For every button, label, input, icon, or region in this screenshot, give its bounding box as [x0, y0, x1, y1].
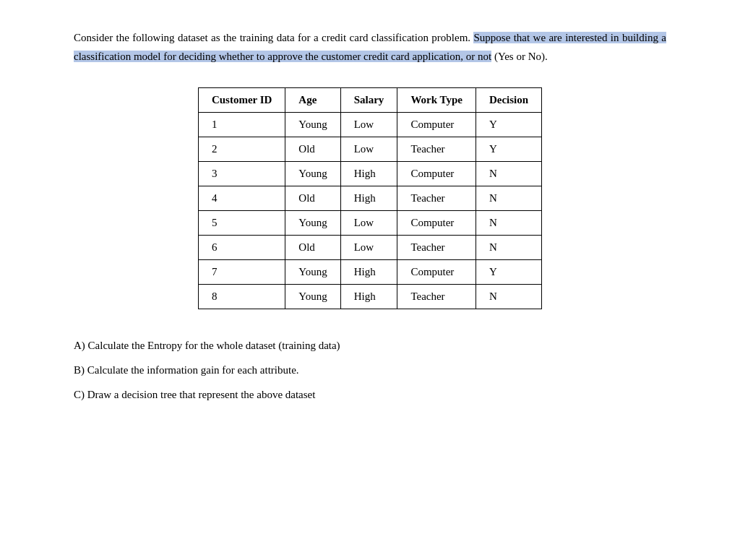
table-cell-r3-c2: Young [285, 162, 340, 186]
table-cell-r1-c3: Low [340, 113, 397, 137]
intro-paragraph: Consider the following dataset as the tr… [74, 29, 666, 66]
table-cell-r2-c2: Old [285, 137, 340, 162]
table-row: 8YoungHighTeacherN [198, 285, 541, 309]
table-cell-r1-c4: Computer [397, 113, 476, 137]
table-cell-r4-c2: Old [285, 186, 340, 211]
dataset-table: Customer ID Age Salary Work Type Decisio… [198, 87, 542, 309]
table-cell-r2-c5: Y [476, 137, 541, 162]
table-cell-r1-c5: Y [476, 113, 541, 137]
table-cell-r4-c3: High [340, 186, 397, 211]
table-cell-r7-c5: Y [476, 260, 541, 285]
col-header-decision: Decision [476, 88, 541, 113]
table-row: 6OldLowTeacherN [198, 236, 541, 260]
col-header-work-type: Work Type [397, 88, 476, 113]
table-cell-r3-c1: 3 [198, 162, 285, 186]
table-cell-r5-c4: Computer [397, 211, 476, 236]
table-cell-r5-c5: N [476, 211, 541, 236]
table-row: 2OldLowTeacherY [198, 137, 541, 162]
col-header-age: Age [285, 88, 340, 113]
table-cell-r7-c1: 7 [198, 260, 285, 285]
table-cell-r4-c5: N [476, 186, 541, 211]
table-cell-r7-c2: Young [285, 260, 340, 285]
table-row: 7YoungHighComputerY [198, 260, 541, 285]
table-cell-r6-c3: Low [340, 236, 397, 260]
table-cell-r3-c5: N [476, 162, 541, 186]
table-cell-r6-c4: Teacher [397, 236, 476, 260]
table-cell-r4-c4: Teacher [397, 186, 476, 211]
question-b: B) Calculate the information gain for ea… [74, 359, 666, 381]
table-cell-r8-c5: N [476, 285, 541, 309]
table-cell-r8-c3: High [340, 285, 397, 309]
question-a: A) Calculate the Entropy for the whole d… [74, 335, 666, 356]
table-cell-r7-c3: High [340, 260, 397, 285]
data-table-container: Customer ID Age Salary Work Type Decisio… [43, 87, 697, 309]
intro-text-plain: Consider the following dataset as the tr… [74, 32, 473, 43]
table-cell-r1-c2: Young [285, 113, 340, 137]
table-cell-r8-c1: 8 [198, 285, 285, 309]
table-cell-r7-c4: Computer [397, 260, 476, 285]
table-row: 3YoungHighComputerN [198, 162, 541, 186]
table-cell-r2-c4: Teacher [397, 137, 476, 162]
table-cell-r2-c3: Low [340, 137, 397, 162]
table-row: 4OldHighTeacherN [198, 186, 541, 211]
table-cell-r6-c1: 6 [198, 236, 285, 260]
table-cell-r8-c4: Teacher [397, 285, 476, 309]
table-cell-r3-c3: High [340, 162, 397, 186]
table-cell-r5-c2: Young [285, 211, 340, 236]
questions-section: A) Calculate the Entropy for the whole d… [74, 335, 666, 405]
table-row: 1YoungLowComputerY [198, 113, 541, 137]
table-row: 5YoungLowComputerN [198, 211, 541, 236]
col-header-salary: Salary [340, 88, 397, 113]
table-cell-r8-c2: Young [285, 285, 340, 309]
table-header-row: Customer ID Age Salary Work Type Decisio… [198, 88, 541, 113]
question-c: C) Draw a decision tree that represent t… [74, 384, 666, 405]
table-cell-r6-c5: N [476, 236, 541, 260]
table-cell-r4-c1: 4 [198, 186, 285, 211]
table-cell-r5-c3: Low [340, 211, 397, 236]
table-cell-r5-c1: 5 [198, 211, 285, 236]
table-cell-r2-c1: 2 [198, 137, 285, 162]
intro-text-end: (Yes or No). [491, 51, 548, 62]
table-cell-r1-c1: 1 [198, 113, 285, 137]
table-cell-r3-c4: Computer [397, 162, 476, 186]
table-cell-r6-c2: Old [285, 236, 340, 260]
col-header-customer-id: Customer ID [198, 88, 285, 113]
